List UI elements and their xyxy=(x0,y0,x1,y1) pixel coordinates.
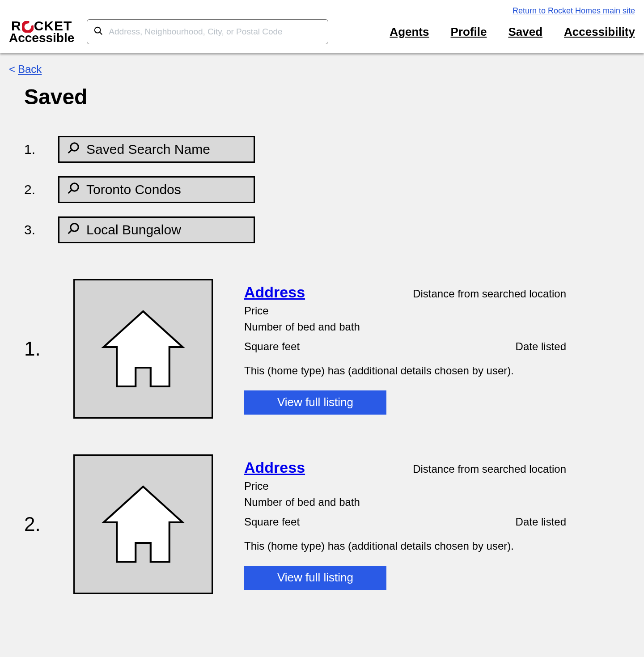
house-icon xyxy=(96,477,190,571)
logo-subtext: Accessible xyxy=(9,32,74,44)
list-number: 3. xyxy=(24,222,40,237)
saved-search-row: 2. Toronto Condos xyxy=(24,176,635,203)
search-container xyxy=(87,19,328,44)
saved-search-label: Local Bungalow xyxy=(86,222,181,237)
house-icon xyxy=(96,302,190,396)
main-nav: Agents Profile Saved Accessibility xyxy=(390,25,635,39)
logo-o-icon xyxy=(22,21,34,33)
listing-row: 1. Address Distance from searched locati… xyxy=(24,279,635,419)
saved-search-button[interactable]: Local Bungalow xyxy=(58,216,255,243)
listing-sqft: Square feet xyxy=(244,340,300,353)
saved-search-button[interactable]: Saved Search Name xyxy=(58,136,255,163)
logo[interactable]: R CKET Accessible xyxy=(9,19,74,44)
svg-line-3 xyxy=(68,150,72,153)
nav-saved[interactable]: Saved xyxy=(508,25,542,39)
listing-description: This (home type) has (additional details… xyxy=(244,540,566,552)
listing-details: Address Distance from searched location … xyxy=(244,284,566,415)
view-listing-button[interactable]: View full listing xyxy=(244,566,386,590)
magnifier-icon xyxy=(67,141,80,158)
search-icon xyxy=(93,26,103,38)
listing-description: This (home type) has (additional details… xyxy=(244,365,566,377)
list-number: 1. xyxy=(24,338,42,360)
saved-search-label: Toronto Condos xyxy=(86,182,181,197)
nav-profile[interactable]: Profile xyxy=(450,25,487,39)
listing-price: Price xyxy=(244,480,566,492)
magnifier-icon xyxy=(67,222,80,238)
app-header: Return to Rocket Homes main site R CKET … xyxy=(0,0,644,53)
svg-marker-9 xyxy=(104,487,182,562)
back-chevron: < xyxy=(9,63,15,76)
svg-point-2 xyxy=(71,143,79,151)
listing-sqft: Square feet xyxy=(244,516,300,528)
svg-line-1 xyxy=(100,32,102,34)
svg-point-4 xyxy=(71,183,79,191)
listing-address-link[interactable]: Address xyxy=(244,459,305,476)
listing-row: 2. Address Distance from searched locati… xyxy=(24,454,635,594)
saved-search-row: 1. Saved Search Name xyxy=(24,136,635,163)
back-label[interactable]: Back xyxy=(18,63,42,76)
listing-address-link[interactable]: Address xyxy=(244,284,305,301)
listing-details: Address Distance from searched location … xyxy=(244,459,566,590)
svg-line-5 xyxy=(68,190,72,193)
magnifier-icon xyxy=(67,182,80,198)
list-number: 1. xyxy=(24,142,40,157)
saved-searches-list: 1. Saved Search Name 2. xyxy=(24,136,635,243)
listing-thumbnail[interactable] xyxy=(73,454,213,594)
back-link[interactable]: < Back xyxy=(9,63,42,76)
svg-point-6 xyxy=(71,223,79,231)
saved-search-row: 3. Local Bungalow xyxy=(24,216,635,243)
view-listing-button[interactable]: View full listing xyxy=(244,390,386,415)
search-input[interactable] xyxy=(109,27,322,37)
listing-bed-bath: Number of bed and bath xyxy=(244,496,566,509)
list-number: 2. xyxy=(24,513,42,535)
listing-price: Price xyxy=(244,305,566,317)
listing-thumbnail[interactable] xyxy=(73,279,213,419)
listing-bed-bath: Number of bed and bath xyxy=(244,321,566,333)
listing-distance: Distance from searched location xyxy=(413,463,566,475)
nav-agents[interactable]: Agents xyxy=(390,25,429,39)
saved-search-label: Saved Search Name xyxy=(86,142,210,157)
listing-distance: Distance from searched location xyxy=(413,288,566,300)
listing-date: Date listed xyxy=(516,516,566,528)
list-number: 2. xyxy=(24,182,40,197)
nav-accessibility[interactable]: Accessibility xyxy=(564,25,635,39)
svg-line-7 xyxy=(68,230,72,233)
saved-search-button[interactable]: Toronto Condos xyxy=(58,176,255,203)
page-title: Saved xyxy=(24,85,635,109)
saved-listings: 1. Address Distance from searched locati… xyxy=(24,279,635,594)
svg-marker-8 xyxy=(104,311,182,386)
return-main-site-link[interactable]: Return to Rocket Homes main site xyxy=(513,6,635,15)
listing-date: Date listed xyxy=(516,340,566,353)
svg-point-0 xyxy=(95,27,101,33)
